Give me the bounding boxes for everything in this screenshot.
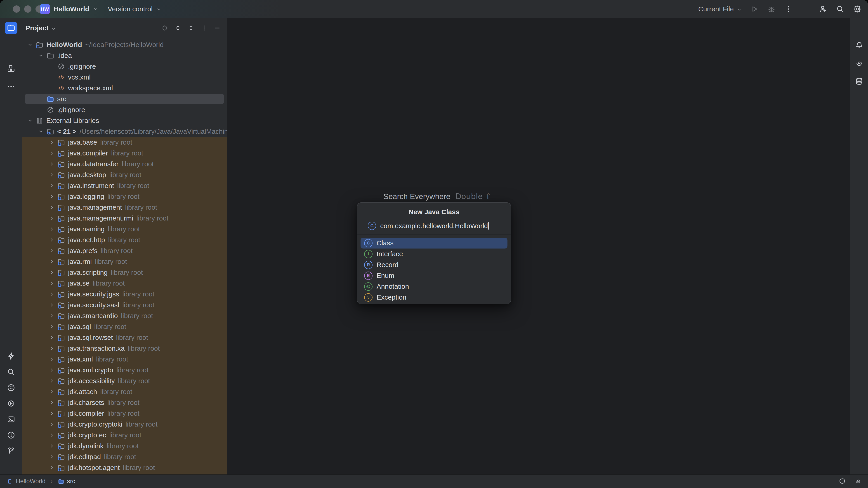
more-actions-kebab-icon[interactable] (784, 4, 794, 14)
ai-assistant-button[interactable] (853, 57, 866, 70)
tree-row[interactable]: vcs.xml (22, 72, 227, 83)
chevron-expanded-icon[interactable] (36, 127, 46, 136)
chevron-collapsed-icon[interactable] (47, 300, 57, 310)
tree-row[interactable]: java.selibrary root (22, 278, 227, 289)
database-button[interactable] (853, 75, 866, 88)
chevron-expanded-icon[interactable] (25, 40, 35, 50)
locate-file-icon[interactable] (161, 24, 168, 32)
chevron-collapsed-icon[interactable] (47, 419, 57, 429)
tree-row[interactable]: java.instrumentlibrary root (22, 180, 227, 191)
tree-row[interactable]: java.baselibrary root (22, 137, 227, 148)
chevron-collapsed-icon[interactable] (47, 354, 57, 364)
close-window-button[interactable] (13, 5, 20, 13)
vcs-widget[interactable]: Version control (108, 5, 153, 13)
chevron-collapsed-icon[interactable] (47, 344, 57, 353)
tree-row[interactable]: External Libraries (22, 115, 227, 126)
chevron-collapsed-icon[interactable] (47, 398, 57, 408)
chevron-collapsed-icon[interactable] (47, 267, 57, 278)
chevron-collapsed-icon[interactable] (47, 332, 57, 343)
tree-row[interactable]: java.desktoplibrary root (22, 169, 227, 180)
chevron-collapsed-icon[interactable] (47, 148, 57, 158)
tree-row[interactable]: java.logginglibrary root (22, 191, 227, 202)
tree-row[interactable]: .gitignore (22, 61, 227, 72)
tree-row[interactable]: java.smartcardiolibrary root (22, 311, 227, 321)
droplet-icon[interactable] (839, 477, 846, 486)
tree-row[interactable]: java.naminglibrary root (22, 224, 227, 234)
structure-tool-window-button[interactable] (5, 63, 18, 75)
chevron-collapsed-icon[interactable] (47, 170, 57, 180)
tree-row[interactable]: java.net.httplibrary root (22, 234, 227, 246)
chevron-collapsed-icon[interactable] (47, 202, 57, 213)
tree-row[interactable]: jdk.attachlibrary root (22, 386, 227, 397)
chevron-collapsed-icon[interactable] (47, 463, 57, 473)
chevron-collapsed-icon[interactable] (47, 224, 57, 234)
tree-row[interactable]: java.sql.rowsetlibrary root (22, 332, 227, 343)
services-tool-window-button[interactable] (5, 398, 18, 410)
terminal-tool-window-button[interactable] (5, 414, 18, 426)
tree-row[interactable]: java.xmllibrary root (22, 354, 227, 365)
chevron-collapsed-icon[interactable] (47, 159, 57, 169)
tree-row[interactable]: java.xml.cryptolibrary root (22, 365, 227, 376)
tree-row[interactable]: jdk.crypto.eclibrary root (22, 430, 227, 441)
chevron-collapsed-icon[interactable] (47, 278, 57, 288)
chevron-expanded-icon[interactable] (36, 51, 46, 61)
notifications-button[interactable] (853, 39, 866, 52)
tree-row[interactable]: jdk.charsetslibrary root (22, 397, 227, 408)
tree-row[interactable]: java.sqllibrary root (22, 321, 227, 332)
chevron-collapsed-icon[interactable] (47, 257, 57, 267)
breadcrumb-item-project[interactable]: HelloWorld (16, 478, 46, 485)
project-name-widget[interactable]: HelloWorld (54, 5, 89, 13)
tree-row[interactable]: java.compilerlibrary root (22, 148, 227, 159)
search-everywhere-icon[interactable] (835, 4, 845, 14)
chevron-collapsed-icon[interactable] (47, 246, 57, 256)
tree-row[interactable]: jdk.dynalinklibrary root (22, 441, 227, 451)
chevron-collapsed-icon[interactable] (47, 409, 57, 418)
tree-row[interactable]: java.prefslibrary root (22, 246, 227, 256)
tree-row[interactable]: java.scriptinglibrary root (22, 267, 227, 278)
class-kind-option-interface[interactable]: IInterface (361, 249, 507, 259)
chevron-collapsed-icon[interactable] (47, 387, 57, 397)
tree-row[interactable]: java.datatransferlibrary root (22, 159, 227, 169)
code-with-me-add-user-icon[interactable] (818, 4, 828, 14)
class-kind-option-annotation[interactable]: @Annotation (361, 281, 507, 292)
tree-row[interactable]: java.managementlibrary root (22, 202, 227, 213)
learn-tool-window-button[interactable] (5, 382, 18, 394)
version-control-tool-window-button[interactable] (5, 445, 18, 458)
chevron-collapsed-icon[interactable] (47, 192, 57, 201)
panel-options-kebab-icon[interactable] (200, 24, 208, 32)
expand-all-icon[interactable] (174, 24, 182, 32)
tree-row[interactable]: java.rmilibrary root (22, 256, 227, 267)
class-kind-option-record[interactable]: RRecord (361, 259, 507, 270)
project-panel-title[interactable]: Project (26, 24, 56, 32)
class-kind-option-exception[interactable]: ϟException (361, 292, 507, 303)
chevron-collapsed-icon[interactable] (47, 441, 57, 451)
ai-assistant-status-icon[interactable] (855, 477, 862, 486)
tree-row[interactable]: java.management.rmilibrary root (22, 213, 227, 224)
debug-button[interactable] (767, 4, 776, 14)
tree-row[interactable]: workspace.xml (22, 83, 227, 94)
build-tool-window-button[interactable] (5, 350, 18, 363)
class-name-input[interactable]: C com.example.helloworld.HelloWorld (368, 222, 510, 230)
chevron-collapsed-icon[interactable] (47, 430, 57, 440)
minimize-window-button[interactable] (24, 5, 31, 13)
class-kind-option-enum[interactable]: EEnum (361, 270, 507, 281)
tree-row[interactable]: java.security.sasllibrary root (22, 300, 227, 311)
tree-row[interactable]: jdk.compilerlibrary root (22, 408, 227, 419)
collapse-all-icon[interactable] (187, 24, 195, 32)
project-tool-window-button[interactable] (5, 22, 18, 34)
run-button[interactable] (749, 4, 759, 14)
tree-row[interactable]: .idea (22, 50, 227, 61)
tree-row[interactable]: jdk.hotspot.agentlibrary root (22, 462, 227, 473)
tree-row[interactable]: HelloWorld~/IdeaProjects/HelloWorld (22, 39, 227, 50)
chevron-collapsed-icon[interactable] (47, 365, 57, 375)
problems-tool-window-button[interactable] (5, 429, 18, 442)
chevron-collapsed-icon[interactable] (47, 137, 57, 147)
chevron-collapsed-icon[interactable] (47, 289, 57, 299)
find-tool-window-button[interactable] (5, 366, 18, 379)
tree-row[interactable]: java.transaction.xalibrary root (22, 343, 227, 354)
chevron-collapsed-icon[interactable] (47, 181, 57, 191)
chevron-collapsed-icon[interactable] (47, 452, 57, 462)
chevron-collapsed-icon[interactable] (47, 376, 57, 386)
tree-row[interactable]: jdk.crypto.cryptokilibrary root (22, 419, 227, 430)
chevron-expanded-icon[interactable] (25, 116, 35, 126)
